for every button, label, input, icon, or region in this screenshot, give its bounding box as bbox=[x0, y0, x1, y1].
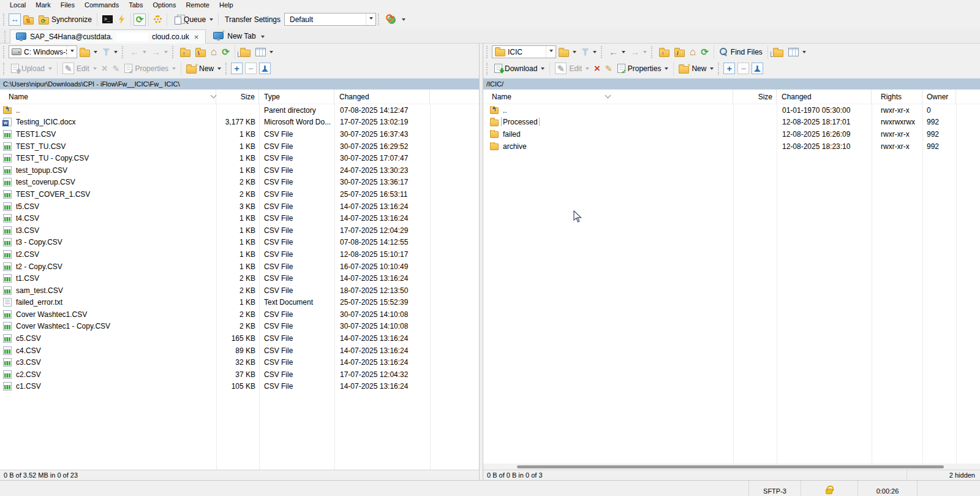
open-putty-button[interactable] bbox=[115, 12, 128, 28]
file-row[interactable]: t2 - Copy.CSV1 KBCSV File16-07-2025 10:1… bbox=[0, 261, 479, 273]
delete-button[interactable]: × bbox=[99, 61, 110, 77]
open-directory-button[interactable] bbox=[556, 44, 579, 60]
filter-dropdown[interactable] bbox=[593, 51, 597, 55]
file-row[interactable]: TEST_TU - Copy.CSV1 KBCSV File30-07-2025… bbox=[0, 152, 479, 164]
file-row[interactable]: TEST1.CSV1 KBCSV File30-07-2025 16:37:43 bbox=[0, 128, 479, 140]
transfer-settings-dropdown-button[interactable] bbox=[366, 13, 375, 25]
forward-dropdown[interactable] bbox=[643, 51, 647, 55]
scrollbar-thumb[interactable] bbox=[517, 465, 944, 468]
close-tab-icon[interactable]: × bbox=[193, 32, 200, 42]
find-files-button[interactable]: Find Files bbox=[717, 44, 765, 60]
file-row[interactable]: TEST_COVER_1.CSV2 KBCSV File25-07-2025 1… bbox=[0, 188, 479, 200]
column-header-rights[interactable]: Rights bbox=[872, 90, 922, 104]
synchronize-button[interactable]: ⟳ Synchronize bbox=[36, 12, 94, 28]
filter-button[interactable] bbox=[100, 44, 120, 60]
drive-selector[interactable]: C: Windows-SSD bbox=[9, 45, 77, 58]
file-row[interactable]: test_topup.CSV1 KBCSV File24-07-2025 13:… bbox=[0, 164, 479, 177]
upload-dropdown[interactable] bbox=[48, 67, 52, 72]
file-row[interactable]: t5.CSV3 KBCSV File14-07-2025 13:16:24 bbox=[0, 200, 479, 213]
directory-tree-button[interactable] bbox=[238, 44, 253, 60]
directory-tree-button[interactable] bbox=[771, 44, 786, 60]
columns-dropdown[interactable] bbox=[802, 51, 806, 55]
preferences-button[interactable] bbox=[151, 12, 164, 28]
edit-dropdown[interactable] bbox=[93, 67, 97, 72]
selection-filter-button[interactable] bbox=[259, 63, 271, 74]
back-dropdown[interactable] bbox=[622, 51, 625, 55]
back-button[interactable]: ← bbox=[606, 44, 628, 60]
open-directory-dropdown[interactable] bbox=[94, 51, 97, 55]
open-directory-dropdown[interactable] bbox=[573, 51, 576, 55]
select-remove-button[interactable]: − bbox=[245, 63, 257, 74]
parent-directory-button[interactable]: ↑ bbox=[178, 44, 193, 60]
menu-options[interactable]: Options bbox=[148, 0, 181, 10]
queue-dropdown-arrow[interactable] bbox=[209, 18, 213, 23]
column-header-changed[interactable]: Changed bbox=[334, 90, 430, 104]
new-button[interactable]: New bbox=[676, 61, 716, 77]
column-header-size[interactable]: Size bbox=[733, 90, 777, 104]
file-row[interactable]: Cover Washtec1.CSV2 KBCSV File30-07-2025… bbox=[0, 308, 479, 321]
home-directory-button[interactable]: ⌂ bbox=[208, 44, 219, 60]
file-row[interactable]: ..Parent directory07-08-2025 14:12:47 bbox=[0, 104, 479, 116]
forward-button[interactable]: → bbox=[628, 44, 649, 60]
transfer-settings-globe-button[interactable]: ⟳ bbox=[383, 12, 408, 28]
menu-help[interactable]: Help bbox=[214, 0, 238, 10]
column-header-type[interactable]: Type bbox=[259, 90, 334, 104]
file-row[interactable]: archive12-08-2025 18:23:10rwxr-xr-x992 bbox=[483, 140, 980, 153]
new-button[interactable]: New bbox=[184, 61, 224, 77]
local-path-bar[interactable]: C:\Users\nipur\Downloads\CPI - iFlow\Fw_… bbox=[0, 78, 479, 90]
column-header-name[interactable]: Name bbox=[0, 90, 216, 104]
edit-button[interactable]: ✎ Edit bbox=[60, 61, 99, 77]
drive-dropdown-button[interactable] bbox=[67, 46, 77, 58]
new-tab-dropdown-arrow[interactable] bbox=[261, 36, 265, 40]
new-tab-button[interactable]: New Tab bbox=[206, 29, 271, 43]
column-header-owner[interactable]: Owner bbox=[922, 90, 956, 104]
menu-remote[interactable]: Remote bbox=[181, 0, 214, 10]
file-row[interactable]: Testing_ICIC.docx3,177 KBMicrosoft Word … bbox=[0, 116, 479, 129]
filter-button[interactable] bbox=[579, 44, 599, 60]
file-row[interactable]: t4.CSV1 KBCSV File14-07-2025 13:16:24 bbox=[0, 212, 479, 224]
open-terminal-button[interactable]: >_ bbox=[100, 12, 115, 28]
delete-button[interactable]: × bbox=[592, 61, 603, 77]
remote-directory-dropdown-button[interactable] bbox=[546, 46, 556, 58]
remote-directory-selector[interactable]: ICIC bbox=[492, 45, 556, 58]
select-add-button[interactable]: + bbox=[231, 63, 243, 74]
file-row[interactable]: failed_error.txt1 KBText Document25-07-2… bbox=[0, 297, 479, 309]
column-header-size[interactable]: Size bbox=[216, 90, 259, 104]
sync-browsing-button[interactable]: ⇅ bbox=[21, 12, 36, 28]
rename-button[interactable]: ✎ bbox=[110, 61, 123, 77]
menu-tabs[interactable]: Tabs bbox=[124, 0, 148, 10]
queue-button[interactable]: Queue bbox=[170, 12, 216, 28]
forward-dropdown[interactable] bbox=[164, 51, 168, 55]
remote-path-bar[interactable]: /ICIC/ bbox=[483, 78, 980, 90]
rename-button[interactable]: ✎ bbox=[603, 61, 615, 77]
globe-dropdown-arrow[interactable] bbox=[402, 18, 405, 23]
properties-button[interactable]: Properties bbox=[615, 61, 671, 77]
properties-dropdown[interactable] bbox=[172, 67, 176, 72]
back-dropdown[interactable] bbox=[143, 51, 146, 55]
back-button[interactable]: ← bbox=[127, 44, 149, 60]
menu-commands[interactable]: Commands bbox=[80, 0, 124, 10]
file-row[interactable]: test_coverup.CSV2 KBCSV File30-07-2025 1… bbox=[0, 177, 479, 189]
filter-dropdown[interactable] bbox=[114, 51, 118, 55]
file-row[interactable]: sam_test.CSV2 KBCSV File18-07-2025 12:13… bbox=[0, 284, 479, 297]
refresh-button[interactable]: ⟳ bbox=[219, 44, 232, 60]
parent-directory-button[interactable]: ↑ bbox=[657, 44, 672, 60]
file-row[interactable]: Cover Washtec1 - Copy.CSV2 KBCSV File30-… bbox=[0, 321, 479, 333]
home-directory-button[interactable]: ⌂ bbox=[687, 44, 698, 60]
select-add-button[interactable]: + bbox=[723, 63, 735, 74]
selection-filter-button[interactable] bbox=[752, 63, 763, 74]
panel-columns-button[interactable] bbox=[253, 44, 276, 60]
file-row[interactable]: t3.CSV1 KBCSV File17-07-2025 12:04:29 bbox=[0, 224, 479, 237]
file-row[interactable]: Processed12-08-2025 18:17:01rwxrwxrwx992 bbox=[483, 116, 980, 129]
edit-dropdown[interactable] bbox=[586, 67, 589, 72]
session-tab[interactable]: SAP_S4Hana@custdata. cloud.co.uk × bbox=[10, 29, 206, 44]
file-row[interactable]: c2.CSV37 KBCSV File17-07-2025 12:04:32 bbox=[0, 368, 479, 381]
refresh-session-button[interactable]: ⟳ bbox=[134, 13, 146, 26]
file-row[interactable]: t2.CSV1 KBCSV File12-08-2025 15:10:17 bbox=[0, 248, 479, 261]
file-row[interactable]: c1.CSV105 KBCSV File14-07-2025 13:16:24 bbox=[0, 381, 479, 393]
properties-dropdown[interactable] bbox=[665, 67, 668, 72]
download-dropdown[interactable] bbox=[541, 67, 545, 72]
root-directory-button[interactable]: \ bbox=[193, 44, 208, 60]
upload-button[interactable]: Upload bbox=[9, 61, 55, 77]
edit-button[interactable]: ✎ Edit bbox=[552, 61, 592, 77]
